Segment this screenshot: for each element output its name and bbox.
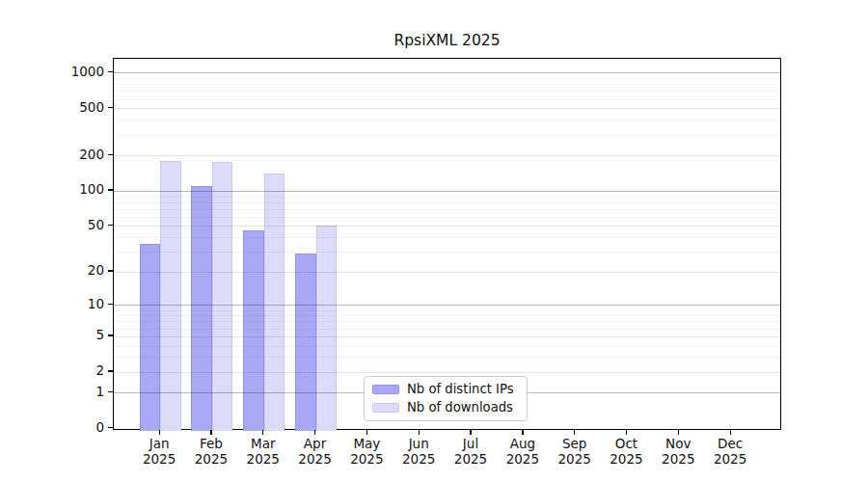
chart-figure: RpsiXML 2025 01251020501002005001000 Jan… (0, 0, 868, 482)
x-tick-label-jan: Jan2025 (130, 436, 188, 467)
x-tick-label-mar: Mar2025 (234, 436, 292, 467)
gridline-700 (114, 91, 780, 92)
gridline-30 (114, 252, 780, 253)
x-tick-apr (314, 430, 315, 435)
bar-distinct-ips-apr (295, 254, 316, 431)
y-tick-500 (108, 107, 113, 108)
gridline-60 (114, 217, 780, 218)
y-tick-label-5: 5 (29, 328, 104, 342)
x-tick-label-jun: Jun2025 (390, 436, 448, 467)
x-tick-label-feb: Feb2025 (182, 436, 240, 467)
plot-area (113, 58, 781, 431)
y-tick-label-100: 100 (29, 182, 104, 197)
legend-label-distinct-ips: Nb of distinct IPs (407, 382, 514, 397)
gridline-40 (114, 237, 780, 238)
y-tick-label-2: 2 (29, 363, 104, 378)
gridline-200 (114, 155, 780, 156)
legend-label-downloads: Nb of downloads (407, 400, 513, 415)
y-tick-200 (108, 154, 113, 155)
bar-distinct-ips-mar (243, 230, 264, 431)
x-tick-nov (678, 430, 679, 435)
gridline-20 (114, 272, 780, 273)
gridline-8 (114, 315, 780, 316)
gridline-90 (114, 197, 780, 198)
legend: Nb of distinct IPs Nb of downloads (364, 376, 528, 421)
y-tick-label-1000: 1000 (29, 65, 104, 79)
x-tick-mar (262, 430, 263, 435)
x-tick-aug (522, 430, 523, 435)
y-tick-2 (108, 370, 113, 371)
legend-item-distinct-ips: Nb of distinct IPs (372, 382, 527, 397)
y-tick-5 (108, 335, 113, 335)
y-tick-1 (108, 391, 113, 392)
x-tick-oct (626, 430, 627, 435)
chart-title: RpsiXML 2025 (113, 32, 781, 49)
x-tick-label-nov: Nov2025 (649, 436, 707, 467)
gridline-100 (114, 191, 780, 192)
legend-swatch-distinct-ips (372, 385, 399, 394)
legend-item-downloads: Nb of downloads (372, 400, 527, 415)
gridline-1000 (114, 72, 780, 73)
gridline-400 (114, 120, 780, 120)
y-tick-50 (108, 225, 113, 226)
x-tick-sep (574, 430, 575, 435)
x-tick-label-may: May2025 (338, 436, 395, 467)
x-tick-label-jul: Jul2025 (442, 436, 500, 467)
y-tick-label-200: 200 (29, 147, 104, 162)
gridline-70 (114, 209, 780, 210)
x-tick-jul (470, 430, 471, 435)
gridline-4 (114, 346, 780, 347)
y-tick-0 (108, 427, 113, 428)
legend-swatch-downloads (372, 403, 399, 413)
x-tick-label-aug: Aug2025 (494, 436, 552, 467)
y-tick-label-1: 1 (29, 385, 104, 399)
x-tick-feb (210, 430, 211, 435)
gridline-80 (114, 202, 780, 203)
x-tick-label-dec: Dec2025 (701, 436, 759, 467)
x-tick-label-apr: Apr2025 (286, 436, 344, 467)
gridline-7 (114, 321, 780, 322)
y-tick-label-0: 0 (29, 420, 104, 435)
gridline-50 (114, 226, 780, 227)
x-tick-label-oct: Oct2025 (597, 436, 655, 467)
gridline-500 (114, 108, 780, 109)
y-tick-10 (108, 304, 113, 305)
gridline-6 (114, 329, 780, 330)
gridline-300 (114, 135, 780, 136)
x-tick-dec (730, 430, 731, 435)
y-tick-label-10: 10 (29, 297, 104, 311)
x-tick-jun (419, 430, 420, 435)
x-tick-jan (159, 430, 160, 435)
gridline-3 (114, 357, 780, 358)
gridline-5 (114, 336, 780, 337)
x-tick-label-sep: Sep2025 (546, 436, 604, 467)
y-tick-20 (108, 270, 113, 271)
gridline-600 (114, 99, 780, 100)
y-tick-100 (108, 189, 113, 190)
gridline-800 (114, 84, 780, 85)
gridline-2 (114, 372, 780, 373)
y-tick-label-20: 20 (29, 263, 104, 278)
gridline-9 (114, 310, 780, 311)
y-tick-label-50: 50 (29, 218, 104, 232)
gridline-10 (114, 305, 780, 306)
y-tick-1000 (108, 71, 113, 72)
y-tick-label-500: 500 (29, 100, 104, 115)
gridline-900 (114, 78, 780, 79)
x-tick-may (366, 430, 367, 435)
bar-distinct-ips-feb (191, 186, 212, 431)
